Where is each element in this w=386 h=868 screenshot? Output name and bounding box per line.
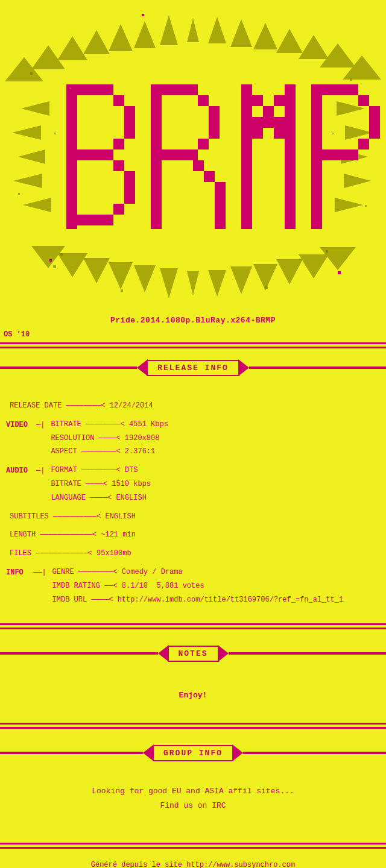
- header-line-right: [249, 366, 386, 369]
- group-line-right: [243, 752, 386, 754]
- group-gap-bottom: [0, 765, 386, 772]
- genre-row: GENRE ————————< Comedy / Drama: [49, 565, 343, 579]
- svg-rect-79: [285, 84, 296, 229]
- svg-rect-91: [181, 102, 183, 104]
- group-line2: Find us on IRC: [12, 799, 374, 813]
- notes-line-right: [229, 652, 386, 655]
- imdb-url-row: IMDB URL ————< http://www.imdb.com/title…: [49, 593, 343, 607]
- resolution-row: RESOLUTION ————< 1920x808: [47, 432, 168, 445]
- svg-rect-54: [338, 271, 341, 274]
- svg-rect-86: [369, 106, 380, 139]
- svg-rect-65: [151, 84, 162, 229]
- svg-rect-73: [215, 182, 226, 204]
- svg-rect-88: [322, 149, 358, 160]
- svg-rect-90: [109, 133, 110, 134]
- audio-bitrate-row: BITRATE ————< 1510 kbps: [47, 477, 151, 491]
- release-info-title: RELEASE INFO: [157, 363, 229, 373]
- svg-rect-69: [198, 139, 209, 149]
- arrow-right-release: [238, 359, 249, 376]
- svg-rect-60: [77, 149, 113, 160]
- length-row: LENGTH ————————————< ~121 min: [6, 528, 380, 542]
- notes-title-box: NOTES: [168, 646, 219, 662]
- group-title-box: GROUP INFO: [153, 745, 233, 761]
- files-row: FILES ————————————< 95x100mb: [6, 547, 380, 561]
- info-label: INFO: [6, 565, 33, 580]
- svg-rect-87: [358, 139, 369, 149]
- svg-rect-66: [162, 84, 198, 95]
- footer-text: Généré depuis le site http://www.subsync…: [91, 861, 295, 868]
- audio-language-row: LANGUAGE ————< ENGLISH: [47, 491, 151, 505]
- notes-gap-top: [0, 634, 386, 641]
- footer: Généré depuis le site http://www.subsync…: [0, 849, 386, 868]
- group-content: Looking for good EU and ASIA affil sites…: [0, 772, 386, 819]
- release-date-row: RELEASE DATE ————————< 12/24/2014: [6, 399, 380, 413]
- group-line1: Looking for good EU and ASIA affil sites…: [12, 784, 374, 798]
- audio-format-row: FORMAT ————————< DTS: [47, 464, 151, 477]
- svg-rect-55: [66, 84, 77, 229]
- notes-text: Enjoy!: [179, 691, 207, 700]
- arrow-right-group: [232, 744, 243, 761]
- notes-header-wrap: NOTES: [0, 641, 386, 665]
- svg-rect-83: [311, 84, 322, 229]
- svg-rect-63: [113, 204, 124, 215]
- os-label: OS '10: [4, 330, 386, 339]
- svg-rect-81: [252, 117, 263, 139]
- svg-rect-84: [322, 84, 358, 95]
- svg-rect-39: [30, 72, 33, 75]
- svg-rect-42: [326, 250, 328, 253]
- svg-rect-70: [162, 149, 198, 160]
- notes-content: Enjoy!: [0, 673, 386, 718]
- bitrate-row: BITRATE ————————< 4551 Kbps: [47, 418, 168, 432]
- svg-rect-78: [274, 95, 285, 106]
- header-line-left: [0, 366, 137, 369]
- release-info-gap-top: [0, 348, 386, 356]
- svg-rect-76: [252, 95, 263, 106]
- svg-rect-40: [350, 78, 352, 81]
- release-info-header-wrap: RELEASE INFO: [0, 356, 386, 380]
- video-label: VIDEO: [6, 418, 36, 432]
- svg-rect-41: [60, 253, 63, 256]
- svg-rect-59: [113, 139, 124, 149]
- svg-rect-46: [265, 286, 268, 289]
- svg-rect-58: [124, 106, 135, 139]
- svg-rect-85: [358, 95, 369, 106]
- release-info-gap-bottom: [0, 380, 386, 387]
- svg-rect-71: [193, 160, 204, 171]
- imdb-rating-row: IMDB RATING ——< 8.1/10 5,881 votes: [49, 579, 343, 593]
- svg-rect-45: [121, 289, 123, 292]
- brmp-logo: [0, 12, 386, 301]
- svg-rect-57: [113, 95, 124, 106]
- svg-rect-72: [204, 171, 215, 182]
- svg-rect-92: [271, 193, 273, 194]
- svg-rect-49: [332, 133, 334, 134]
- subtitles-row: SUBTITLES ——————————< ENGLISH: [6, 510, 380, 524]
- release-info-title-box: RELEASE INFO: [147, 360, 239, 376]
- release-info-content: RELEASE DATE ————————< 12/24/2014 VIDEO …: [0, 387, 386, 618]
- svg-rect-82: [274, 117, 285, 139]
- audio-label: AUDIO: [6, 464, 36, 478]
- svg-rect-52: [49, 259, 52, 262]
- notes-gap-bottom: [0, 665, 386, 673]
- arrow-right-notes: [218, 645, 229, 662]
- svg-rect-48: [53, 265, 56, 268]
- logo-section: [0, 0, 386, 313]
- svg-rect-68: [209, 106, 220, 139]
- svg-rect-93: [326, 121, 327, 122]
- svg-rect-89: [69, 87, 71, 89]
- svg-rect-74: [215, 204, 226, 229]
- notes-line-left: [0, 652, 158, 655]
- svg-rect-61: [113, 160, 124, 171]
- svg-rect-75: [241, 84, 252, 229]
- svg-rect-64: [77, 215, 113, 225]
- svg-rect-77: [263, 106, 274, 117]
- aspect-row: ASPECT ————————< 2.376:1: [47, 445, 168, 459]
- svg-rect-43: [18, 193, 20, 195]
- group-title: GROUP INFO: [163, 749, 223, 758]
- group-gap-top: [0, 734, 386, 741]
- group-line-left: [0, 752, 143, 754]
- svg-rect-44: [365, 205, 367, 207]
- svg-rect-62: [124, 171, 135, 204]
- svg-rect-47: [54, 133, 56, 134]
- svg-rect-67: [198, 95, 209, 106]
- svg-rect-53: [142, 14, 144, 16]
